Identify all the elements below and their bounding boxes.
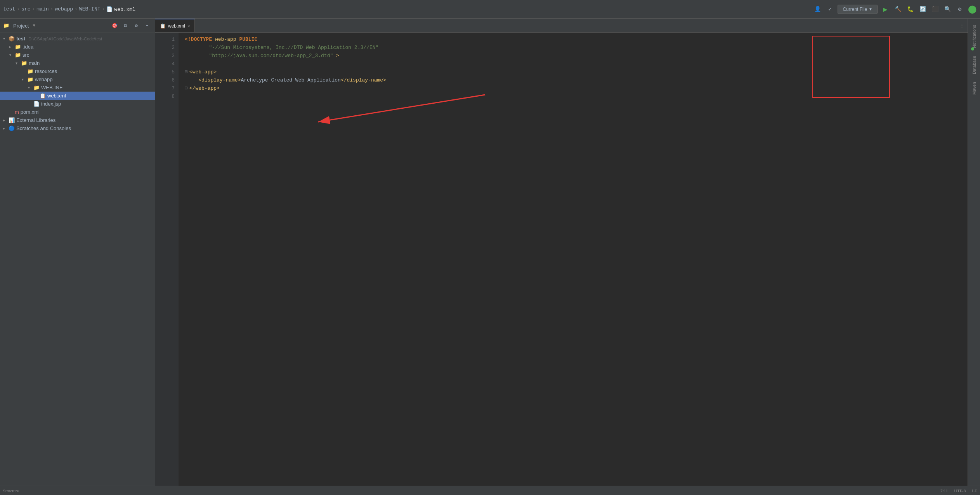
code-line-4	[185, 60, 961, 68]
breadcrumb-sep5: ›	[102, 6, 105, 12]
notification-icon[interactable]: ⬤	[968, 5, 977, 14]
notification-dot	[971, 47, 974, 50]
build-icon[interactable]: 🔨	[893, 5, 902, 14]
more-tabs-icon[interactable]: ⋮	[956, 23, 968, 29]
tree-item-idea[interactable]: ▸ 📁 .idea	[0, 43, 155, 51]
tree-item-resources[interactable]: 📁 resources	[0, 67, 155, 75]
line-numbers: 1 2 3 4 5 6 7 8	[155, 33, 179, 486]
settings-icon[interactable]: ⚙	[955, 5, 964, 14]
editor-area: 📋 web.xml × ⋮ 1 2 3 4 5 6 7 8 <!DO	[155, 19, 968, 486]
project-folder-icon: 📁	[3, 23, 9, 29]
breadcrumb-webinf[interactable]: WEB-INF	[79, 6, 101, 12]
code-line-6: <display-name>Archetype Created Web Appl…	[185, 76, 961, 85]
status-encoding[interactable]: UTF-8	[954, 488, 966, 493]
code-line-3: "http://java.sun.com/dtd/web-app_2_3.dtd…	[185, 52, 961, 60]
breadcrumb-sep2: ›	[32, 6, 35, 12]
tree-item-test[interactable]: ▾ 📦 test D:\CSApp\AllCode\JavaWeb-Code\t…	[0, 35, 155, 43]
breadcrumb: test › src › main › webapp › WEB-INF › 📄…	[3, 6, 813, 12]
project-sidebar: 📁 Project ▼ 🎯 ⊟ ⚙ – ▾ 📦 test D:\CSApp\Al…	[0, 19, 155, 486]
chevron-down-icon: ▼	[33, 23, 35, 28]
status-line-info: 7:11	[940, 488, 948, 493]
tab-label: web.xml	[168, 23, 185, 29]
tree-item-indexjsp[interactable]: 📄 index.jsp	[0, 100, 155, 108]
code-line-5: ⊟<web-app>	[185, 68, 961, 76]
toolbar-right: 👤 ✓ Current File ▼ ▶ 🔨 🐛 🔄 ⬛ 🔍 ⚙ ⬤	[813, 5, 977, 14]
tree-item-src[interactable]: ▾ 📁 src	[0, 51, 155, 59]
toolbar: test › src › main › webapp › WEB-INF › 📄…	[0, 0, 980, 19]
tree-item-scratches[interactable]: ▸ 🔵 Scratches and Consoles	[0, 124, 155, 132]
right-tab-notifications[interactable]: Notifications	[970, 22, 978, 51]
status-bar: Structure 7:11 UTF-8 LF	[0, 486, 980, 495]
tab-webxml[interactable]: 📋 web.xml ×	[155, 19, 195, 32]
current-file-button[interactable]: Current File ▼	[838, 5, 878, 14]
user-icon[interactable]: 👤	[813, 5, 822, 14]
tree-item-extlibs[interactable]: ▸ 📊 External Libraries	[0, 116, 155, 124]
run-button[interactable]: ▶	[881, 5, 890, 14]
main-area: 📁 Project ▼ 🎯 ⊟ ⚙ – ▾ 📦 test D:\CSApp\Al…	[0, 19, 980, 486]
locate-icon[interactable]: 🎯	[110, 21, 119, 30]
sidebar-icons: 🎯 ⊟ ⚙ –	[110, 21, 152, 30]
breadcrumb-src[interactable]: src	[21, 6, 30, 12]
sidebar-header: 📁 Project ▼ 🎯 ⊟ ⚙ –	[0, 19, 155, 33]
editor-tabs: 📋 web.xml × ⋮	[155, 19, 968, 33]
code-line-2: "-//Sun Microsystems, Inc.//DTD Web Appl…	[185, 44, 961, 52]
scratches-label: Scratches and Consoles	[16, 125, 71, 131]
tree-item-main[interactable]: ▾ 📁 main	[0, 59, 155, 67]
right-sidebar: Notifications Database Maven	[968, 19, 980, 486]
editor-content[interactable]: 1 2 3 4 5 6 7 8 <!DOCTYPE web-app PUBLIC…	[155, 33, 968, 486]
stop-icon[interactable]: ⬛	[930, 5, 940, 14]
code-line-1: <!DOCTYPE web-app PUBLIC	[185, 36, 961, 44]
tree-item-webapp[interactable]: ▾ 📁 webapp	[0, 75, 155, 83]
code-editor[interactable]: <!DOCTYPE web-app PUBLIC "-//Sun Microsy…	[179, 33, 968, 486]
breadcrumb-sep3: ›	[50, 6, 53, 12]
tree-item-webinf[interactable]: ▾ 📁 WEB-INF	[0, 83, 155, 92]
breadcrumb-sep4: ›	[75, 6, 78, 12]
reload-icon[interactable]: 🔄	[918, 5, 927, 14]
status-structure[interactable]: Structure	[3, 488, 19, 493]
sidebar-tree: ▾ 📦 test D:\CSApp\AllCode\JavaWeb-Code\t…	[0, 33, 155, 486]
chevron-down-icon: ▼	[869, 7, 872, 11]
tree-item-webxml[interactable]: 📋 web.xml	[0, 92, 155, 100]
right-tab-maven[interactable]: Maven	[970, 79, 978, 98]
debug-icon[interactable]: 🐛	[905, 5, 915, 14]
sidebar-title: Project	[13, 23, 29, 29]
breadcrumb-main[interactable]: main	[36, 6, 49, 12]
status-line-sep[interactable]: LF	[972, 488, 977, 493]
xml-file-icon: 📄	[106, 7, 113, 12]
collapse-icon[interactable]: ⊟	[121, 21, 130, 30]
current-file-label: Current File	[843, 7, 867, 12]
right-tab-database[interactable]: Database	[970, 53, 978, 77]
vcs-icon[interactable]: ✓	[825, 5, 834, 14]
code-line-7: ⊟</web-app>	[185, 85, 961, 93]
options-icon[interactable]: ⚙	[132, 21, 141, 30]
search-icon[interactable]: 🔍	[943, 5, 952, 14]
breadcrumb-webapp[interactable]: webapp	[55, 6, 73, 12]
breadcrumb-webxml[interactable]: 📄web.xml	[106, 6, 135, 12]
breadcrumb-sep1: ›	[17, 6, 20, 12]
tab-close-icon[interactable]: ×	[187, 24, 190, 28]
tree-item-pomxml[interactable]: m pom.xml	[0, 108, 155, 116]
minimize-icon[interactable]: –	[142, 21, 152, 30]
breadcrumb-test[interactable]: test	[3, 6, 15, 12]
tab-xml-icon: 📋	[160, 23, 166, 29]
code-line-8	[185, 93, 961, 101]
